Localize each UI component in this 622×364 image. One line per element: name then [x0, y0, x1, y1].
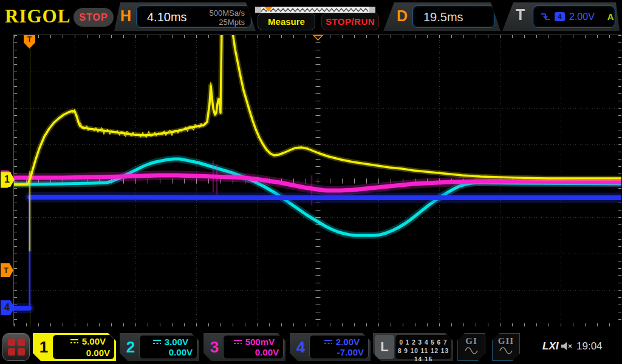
- channel2-offset: 0.00V: [169, 347, 193, 357]
- logic-channel-list: 0 1 2 3 4 5 6 7 8 9 10 11 12 13 14 15: [395, 335, 451, 359]
- channel1-box[interactable]: 1 5.00V 0.00V: [33, 333, 116, 361]
- dc-icon: [324, 339, 333, 345]
- channel3-number: 3: [203, 333, 225, 361]
- trigger-label: T: [516, 6, 525, 24]
- horizontal-box[interactable]: 4.10ms 500MSa/s 25Mpts: [136, 5, 251, 28]
- channel1-offset: 0.00V: [86, 348, 110, 358]
- brand-logo: RIGOL: [5, 5, 70, 27]
- trigger-level-value: 2.00V: [569, 12, 595, 22]
- channel1-level-marker[interactable]: 1: [1, 172, 15, 187]
- channel4-box[interactable]: 4 2.00V -7.00V: [290, 333, 371, 361]
- measure-button[interactable]: Measure: [258, 13, 315, 30]
- delay-label: D: [397, 7, 408, 25]
- falling-edge-icon: [541, 12, 550, 21]
- clock: 19:04: [576, 340, 603, 352]
- trigger-source-badge: 4: [555, 12, 565, 21]
- dc-icon: [152, 339, 162, 345]
- waveform-display: [13, 35, 621, 326]
- sample-rate: 500MSa/s 25Mpts: [209, 8, 245, 27]
- channel3-box[interactable]: 3 500mV 0.00V: [203, 333, 285, 361]
- channel1-number: 1: [33, 333, 55, 361]
- generator1-label: GI: [458, 336, 485, 346]
- generator2-button[interactable]: GII: [492, 333, 520, 361]
- channel2-scale: 3.00V: [165, 337, 188, 347]
- delay-box[interactable]: 19.5ms: [412, 5, 495, 28]
- channel3-scale: 500mV: [245, 337, 275, 347]
- lxi-status: LXI: [542, 340, 558, 352]
- run-state-badge: STOP: [73, 8, 114, 27]
- waveform-position-bar[interactable]: [255, 5, 375, 12]
- logic-channels-box[interactable]: L 0 1 2 3 4 5 6 7 8 9 10 11 12 13 14 15: [373, 333, 453, 361]
- channel4-offset: -7.00V: [337, 347, 364, 357]
- trigger-mode: A: [607, 12, 614, 22]
- channel3-offset: 0.00V: [255, 347, 279, 357]
- oscilloscope-screen: RIGOL STOP H 4.10ms 500MSa/s 25Mpts Meas…: [0, 0, 622, 364]
- delay-settings[interactable]: D 19.5ms: [383, 2, 501, 31]
- speaker-muted-icon[interactable]: [561, 341, 573, 351]
- channel1-scale: 5.00V: [82, 336, 106, 346]
- sine-icon: [465, 347, 478, 354]
- trigger-level-marker[interactable]: T: [1, 263, 13, 277]
- horizontal-settings[interactable]: H 4.10ms 500MSa/s 25Mpts: [114, 2, 256, 31]
- generator1-button[interactable]: GI: [457, 333, 485, 361]
- menu-button[interactable]: [2, 333, 30, 361]
- channel4-scale: 2.00V: [336, 337, 360, 347]
- trigger-settings[interactable]: T 4 2.00V A: [502, 2, 620, 31]
- delay-value: 19.5ms: [423, 10, 463, 24]
- waveform-canvas: [14, 35, 621, 326]
- menu-grid-icon: [8, 339, 25, 356]
- generator2-label: GII: [493, 336, 519, 346]
- delay-reference-marker: [313, 35, 323, 41]
- channel4-number: 4: [290, 333, 312, 361]
- trigger-box[interactable]: 4 2.00V A: [533, 5, 615, 28]
- logic-label: L: [375, 335, 394, 359]
- channel2-number: 2: [120, 333, 142, 361]
- sine-icon: [499, 347, 513, 354]
- channel2-box[interactable]: 2 3.00V 0.00V: [120, 333, 199, 361]
- timebase-value: 4.10ms: [147, 10, 187, 24]
- channel4-level-marker[interactable]: 4: [1, 300, 15, 315]
- stop-run-button[interactable]: STOP/RUN: [321, 13, 379, 30]
- dc-icon: [233, 339, 242, 345]
- horizontal-label: H: [120, 7, 131, 25]
- dc-icon: [70, 339, 79, 344]
